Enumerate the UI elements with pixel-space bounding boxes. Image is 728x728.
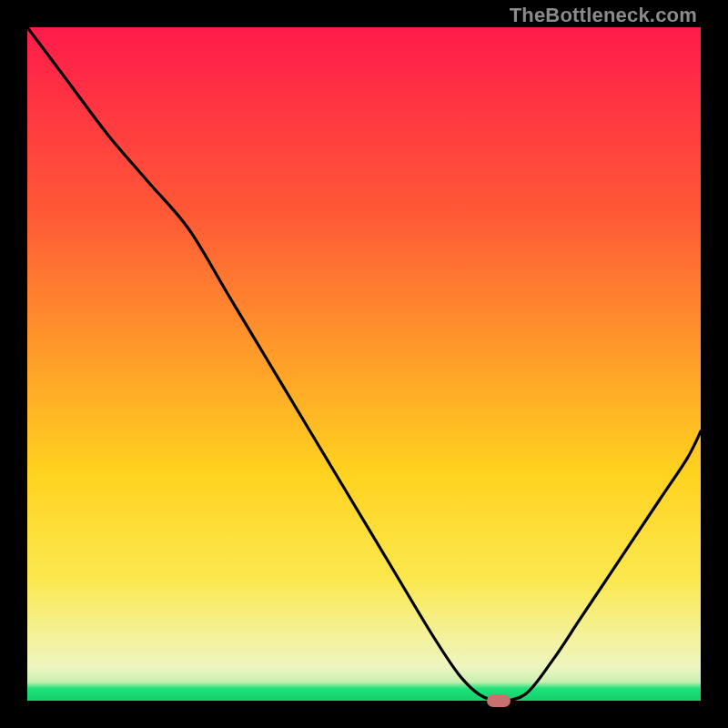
- watermark-text: TheBottleneck.com: [510, 4, 697, 27]
- gradient-background: [27, 27, 701, 701]
- bottleneck-plot: [27, 27, 701, 701]
- chart-frame: [27, 27, 701, 701]
